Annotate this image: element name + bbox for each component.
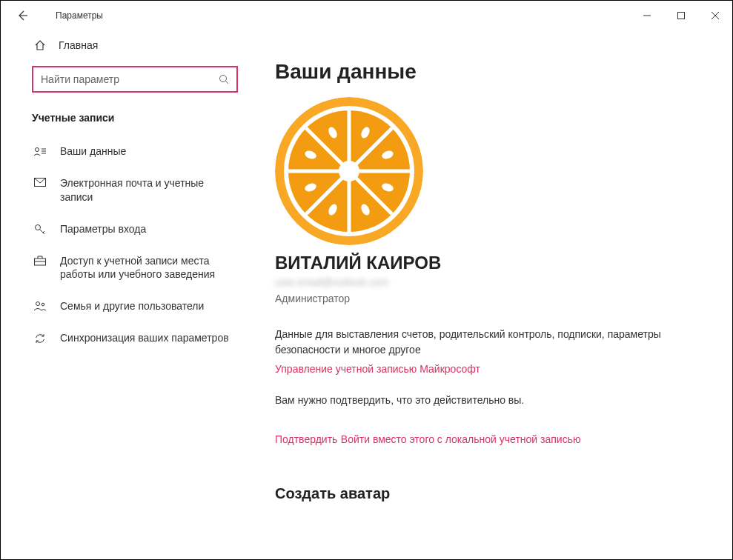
user-email: user.email@outlook.com: [275, 276, 710, 288]
local-account-link[interactable]: Войти вместо этого с локальной учетной з…: [341, 433, 581, 445]
sidebar-item-sync[interactable]: Синхронизация ваших параметров: [1, 322, 253, 354]
verify-text: Вам нужно подтвердить, что это действите…: [275, 393, 675, 408]
svg-point-12: [36, 224, 41, 230]
sidebar: Главная Учетные записи Ваши данные Элект…: [1, 30, 253, 559]
close-icon: [712, 12, 719, 19]
window-controls: [630, 4, 732, 27]
search-input[interactable]: [41, 73, 219, 85]
sidebar-home[interactable]: Главная: [1, 30, 253, 60]
svg-point-17: [36, 302, 40, 306]
sidebar-home-label: Главная: [59, 39, 98, 51]
billing-info-text: Данные для выставления счетов, родительс…: [275, 327, 675, 358]
briefcase-icon: [33, 254, 47, 266]
minimize-button[interactable]: [630, 4, 664, 27]
page-title: Ваши данные: [275, 60, 710, 84]
maximize-button[interactable]: [664, 4, 698, 27]
close-button[interactable]: [698, 4, 732, 27]
sidebar-item-label: Электронная почта и учетные записи: [60, 176, 238, 204]
arrow-left-icon: [16, 10, 28, 21]
window-title: Параметры: [56, 10, 103, 21]
maximize-icon: [677, 12, 685, 19]
sidebar-item-label: Синхронизация ваших параметров: [60, 331, 229, 345]
sidebar-item-email[interactable]: Электронная почта и учетные записи: [1, 167, 253, 213]
key-icon: [33, 222, 47, 236]
sidebar-item-signin-options[interactable]: Параметры входа: [1, 213, 253, 245]
user-role: Администратор: [275, 293, 710, 304]
svg-point-7: [36, 148, 39, 152]
person-card-icon: [33, 144, 47, 156]
sidebar-section-title: Учетные записи: [1, 106, 253, 136]
home-icon: [33, 39, 47, 51]
sidebar-item-family[interactable]: Семья и другие пользователи: [1, 290, 253, 322]
sync-icon: [33, 331, 47, 344]
sidebar-item-your-info[interactable]: Ваши данные: [1, 136, 253, 167]
create-avatar-heading: Создать аватар: [275, 485, 710, 502]
svg-point-31: [339, 161, 359, 181]
user-name: ВИТАЛИЙ КАИРОВ: [275, 253, 710, 273]
sidebar-item-label: Семья и другие пользователи: [60, 299, 204, 313]
sidebar-item-label: Параметры входа: [60, 222, 146, 236]
svg-point-18: [42, 304, 44, 307]
minimize-icon: [643, 12, 651, 19]
avatar-image: [275, 97, 423, 245]
sidebar-item-label: Доступ к учетной записи места работы или…: [60, 254, 238, 282]
people-icon: [33, 299, 47, 311]
svg-line-14: [43, 231, 44, 233]
main-content: Ваши данные: [253, 30, 732, 559]
search-box[interactable]: [32, 66, 238, 93]
svg-line-6: [226, 81, 229, 84]
search-icon: [219, 74, 229, 84]
verify-link[interactable]: Подтвердить: [275, 433, 337, 445]
mail-icon: [33, 176, 47, 187]
avatar: [275, 97, 423, 245]
svg-point-5: [220, 76, 227, 82]
sidebar-item-work-access[interactable]: Доступ к учетной записи места работы или…: [1, 245, 253, 291]
svg-rect-2: [678, 13, 685, 19]
titlebar: Параметры: [1, 1, 732, 30]
back-button[interactable]: [11, 4, 33, 27]
sidebar-item-label: Ваши данные: [60, 144, 126, 159]
manage-account-link[interactable]: Управление учетной записью Майкрософт: [275, 363, 480, 375]
